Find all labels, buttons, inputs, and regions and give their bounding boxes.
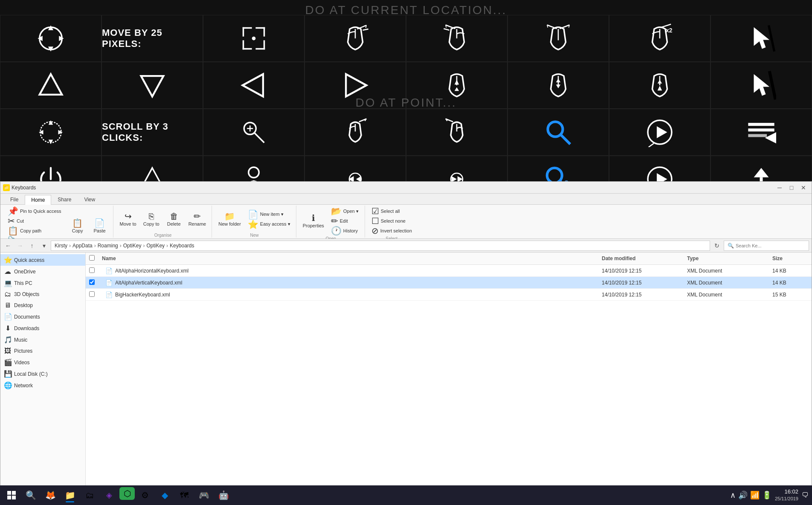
copy-to-button[interactable]: ⎘ Copy to [140, 206, 162, 232]
sidebar-item-local-disk[interactable]: 💾 Local Disk (C:) [0, 368, 85, 380]
select-none-button[interactable]: ☐ Select none [368, 216, 415, 226]
taskbar-green[interactable]: ⬡ [119, 487, 135, 500]
new-folder-button[interactable]: 📁 New folder [215, 206, 244, 232]
taskbar-game[interactable]: 🎮 [194, 487, 213, 503]
svg-rect-73 [12, 491, 16, 495]
sidebar-item-onedrive-label: OneDrive [14, 269, 36, 275]
taskbar-firefox[interactable]: 🦊 [41, 487, 60, 503]
file-name-cell: 📄 AltAlphaHorizontalKeyboard.xml [102, 267, 595, 275]
back-button[interactable]: ← [3, 241, 13, 251]
edit-button[interactable]: ✏ Edit [328, 216, 362, 226]
sidebar-item-music[interactable]: 🎵 Music [0, 334, 85, 345]
scissors-icon: ✂ [8, 217, 15, 225]
sidebar-item-local-disk-label: Local Disk (C:) [14, 371, 48, 377]
paste-button[interactable]: 📄 Paste [89, 213, 110, 239]
file-row[interactable]: 📄 AltAlphaHorizontalKeyboard.xml 14/10/2… [86, 265, 812, 277]
pin-quick-access-button[interactable]: 📌 Pin to Quick access [5, 206, 64, 216]
close-button[interactable]: ✕ [798, 183, 809, 192]
highlight-icon [710, 109, 812, 156]
taskbar-files[interactable]: 🗂 [80, 487, 99, 503]
sidebar-item-3d-objects[interactable]: 🗂 3D Objects [0, 289, 85, 300]
file-row[interactable]: 📄 BigHackerKeyboard.xml 14/10/2019 12:15… [86, 289, 812, 301]
date-col-header[interactable]: Date modified [598, 255, 684, 262]
address-path[interactable]: Kirsty › AppData › Roaming › OptiKey › O… [51, 241, 710, 251]
refresh-button[interactable]: ↻ [712, 241, 722, 251]
file-checkbox[interactable] [89, 291, 95, 297]
svg-rect-50 [748, 128, 774, 131]
taskbar-settings[interactable]: ⚙ [136, 487, 154, 503]
file-checkbox[interactable] [89, 267, 95, 273]
tab-share[interactable]: Share [51, 194, 78, 204]
properties-button[interactable]: ℹ Properties [300, 208, 327, 234]
taskbar-maps[interactable]: 🗺 [175, 487, 194, 503]
sidebar-item-quick-access[interactable]: ⭐ Quick access [0, 254, 85, 266]
tab-file[interactable]: File [4, 194, 25, 204]
network-tray-icon[interactable]: 📶 [750, 490, 760, 500]
taskbar-blue-diamond[interactable]: ◆ [155, 487, 174, 503]
copy-path-button[interactable]: 📋 Copy path [5, 226, 64, 235]
invert-label: Invert selection [380, 228, 412, 233]
title-bar-controls[interactable]: ─ □ ✕ [774, 183, 809, 192]
sidebar-item-desktop[interactable]: 🖥 Desktop [0, 300, 85, 311]
open-button[interactable]: 📂 Open ▾ [328, 206, 362, 216]
file-type-col: XML Document [684, 291, 769, 299]
select-all-checkbox[interactable] [89, 255, 95, 261]
taskbar-icons: 🔍 🦊 📁 🗂 ◈ ⬡ ⚙ ◆ 🗺 🎮 🤖 [21, 487, 233, 503]
sidebar-item-onedrive[interactable]: ☁ OneDrive [0, 266, 85, 277]
svg-marker-26 [455, 87, 459, 91]
volume-icon[interactable]: 🔊 [738, 490, 748, 500]
taskbar-robot[interactable]: 🤖 [214, 487, 233, 503]
path-kirsty: Kirsty [55, 243, 67, 249]
tab-home[interactable]: Home [25, 195, 51, 205]
tab-view[interactable]: View [78, 194, 102, 204]
sidebar-item-videos-label: Videos [14, 360, 29, 366]
file-row[interactable]: 📄 AltAlphaVerticalKeyboard.xml 14/10/201… [86, 277, 812, 289]
sidebar-item-documents[interactable]: 📄 Documents [0, 311, 85, 322]
copy-button[interactable]: 📋 Copy [67, 213, 88, 239]
select-all-button[interactable]: ☑ Select all [368, 206, 415, 216]
maximize-button[interactable]: □ [786, 183, 797, 192]
clock[interactable]: 16:02 25/11/2019 [775, 488, 798, 502]
start-button[interactable] [3, 487, 20, 503]
rename-button[interactable]: ✏ Rename [186, 206, 209, 232]
taskbar-vs[interactable]: ◈ [100, 487, 119, 503]
name-col-header[interactable]: Name [99, 255, 598, 262]
history-button[interactable]: 🕐 History [328, 226, 362, 235]
left-click-icon [304, 15, 406, 62]
file-date-col: 14/10/2019 12:15 [598, 267, 684, 275]
sidebar-item-downloads[interactable]: ⬇ Downloads [0, 322, 85, 334]
file-name-col: 📄 BigHackerKeyboard.xml [99, 290, 598, 300]
recent-button[interactable]: ▾ [39, 241, 49, 251]
history-icon: 🕐 [331, 226, 342, 235]
onedrive-icon: ☁ [4, 267, 12, 276]
delete-button[interactable]: 🗑 Delete [163, 206, 185, 232]
file-size-col: 14 KB [769, 267, 812, 275]
easy-access-button[interactable]: ⭐ Easy access ▾ [245, 220, 293, 229]
forward-button[interactable]: → [15, 241, 25, 251]
videos-icon: 🎬 [4, 358, 12, 366]
invert-selection-button[interactable]: ⊘ Invert selection [368, 226, 415, 235]
sidebar-item-this-pc[interactable]: 💻 This PC [0, 277, 85, 289]
taskbar-explorer[interactable]: 📁 [61, 487, 79, 503]
up-arrow-icon[interactable]: ∧ [730, 490, 736, 500]
svg-rect-72 [7, 491, 11, 495]
cut-button[interactable]: ✂ Cut [5, 216, 64, 226]
search-input[interactable] [736, 243, 805, 248]
battery-icon[interactable]: 🔋 [762, 490, 771, 500]
file-name-col: 📄 AltAlphaVerticalKeyboard.xml [99, 278, 598, 288]
sidebar-item-network[interactable]: 🌐 Network [0, 380, 85, 391]
type-col-header[interactable]: Type [684, 255, 769, 262]
search-box[interactable]: 🔍 [724, 241, 809, 251]
sidebar: ⭐ Quick access ☁ OneDrive 💻 This PC 🗂 3D… [0, 252, 86, 494]
taskbar-search[interactable]: 🔍 [21, 487, 40, 503]
new-item-button[interactable]: 📄 New item ▾ [245, 210, 293, 219]
size-col-header[interactable]: Size [769, 255, 812, 262]
notification-icon[interactable]: 🗨 [802, 491, 809, 499]
sidebar-item-pictures[interactable]: 🖼 Pictures [0, 345, 85, 357]
move-to-button[interactable]: ↪ Move to [117, 206, 139, 232]
minimize-button[interactable]: ─ [774, 183, 785, 192]
sidebar-item-videos[interactable]: 🎬 Videos [0, 357, 85, 368]
up-button[interactable]: ↑ [27, 241, 37, 251]
svg-point-63 [547, 168, 562, 183]
file-checkbox[interactable] [89, 279, 95, 285]
